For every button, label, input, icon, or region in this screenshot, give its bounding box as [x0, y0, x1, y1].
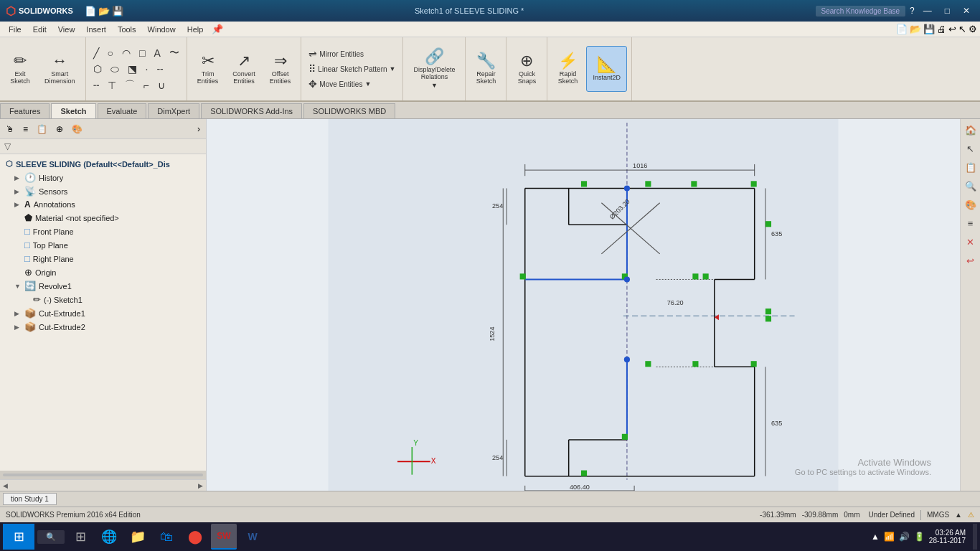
midpoint-btn[interactable]: ⊤	[105, 78, 119, 93]
taskview-btn[interactable]: ⊞	[67, 524, 93, 550]
tree-item-revolve1[interactable]: ▼ 🔄 Revolve1	[0, 279, 206, 293]
toolbar-new-doc[interactable]: 📄	[896, 24, 908, 34]
toolbar-options[interactable]: ⚙	[969, 24, 977, 34]
panel-cursor-btn[interactable]: 🖱	[3, 123, 17, 136]
toolbar-select[interactable]: ↖	[958, 24, 966, 34]
tree-item-top-plane[interactable]: □ Top Plane	[0, 238, 206, 252]
rt-palette-btn[interactable]: 🎨	[963, 197, 979, 212]
constr-line-btn[interactable]: ╌	[90, 78, 102, 93]
display-delete-btn[interactable]: 🔗 Display/DeleteRelations ▼	[407, 46, 461, 92]
menu-insert[interactable]: Insert	[80, 24, 112, 35]
qa-new[interactable]: 📄	[85, 6, 96, 17]
panel-color-btn[interactable]: 🎨	[69, 123, 85, 136]
toolbar-open[interactable]: 📂	[910, 24, 921, 34]
menu-tools[interactable]: Tools	[112, 24, 142, 35]
offset-entities-btn[interactable]: ⇒ OffsetEntities	[264, 46, 297, 92]
menu-help[interactable]: Help	[182, 24, 209, 35]
text-btn[interactable]: A	[151, 46, 163, 60]
repair-sketch-btn[interactable]: 🔧 RepairSketch	[470, 46, 501, 92]
tab-dimxpert[interactable]: DimXpert	[148, 103, 199, 118]
linear-dropdown[interactable]: ▼	[390, 65, 396, 72]
files-icon[interactable]: 📁	[125, 524, 151, 550]
mirror-entities-btn[interactable]: ⇌ Mirror Entities	[306, 47, 398, 61]
chamfer-btn[interactable]: ⌐	[141, 78, 152, 93]
tree-item-material[interactable]: ⬟ Material <not specified>	[0, 211, 206, 225]
menu-view[interactable]: View	[52, 24, 81, 35]
exit-sketch-btn[interactable]: ✏ ExitSketch	[4, 46, 36, 92]
rect-btn[interactable]: □	[136, 46, 148, 60]
circle-btn[interactable]: ○	[105, 46, 116, 60]
show-desktop-btn[interactable]	[973, 524, 977, 550]
polygon-btn[interactable]: ⬡	[90, 62, 105, 76]
rt-search-btn[interactable]: 🔍	[963, 178, 979, 194]
solidworks-icon[interactable]: SW	[211, 524, 237, 550]
tab-mbd[interactable]: SOLIDWORKS MBD	[303, 103, 395, 118]
tab-features[interactable]: Features	[0, 103, 50, 118]
word-icon[interactable]: W	[240, 524, 265, 550]
tree-item-annotations[interactable]: ▶ A Annotations	[0, 198, 206, 211]
tree-item-history[interactable]: ▶ 🕐 History	[0, 171, 206, 184]
bottom-tab-study[interactable]: tion Study 1	[3, 493, 57, 505]
minimize-btn[interactable]: —	[919, 4, 936, 17]
rt-cursor-btn[interactable]: ↖	[963, 141, 979, 156]
spline-btn[interactable]: 〜	[166, 45, 182, 61]
tree-item-origin[interactable]: ⊕ Origin	[0, 265, 206, 279]
slot-btn[interactable]: ⬔	[125, 62, 140, 76]
ie-icon[interactable]: 🌐	[96, 524, 122, 550]
rt-list-btn[interactable]: ≡	[963, 215, 979, 231]
maximize-btn[interactable]: □	[941, 4, 954, 17]
scroll-right-btn[interactable]: ▶	[198, 482, 203, 489]
chrome-icon[interactable]: ⬤	[182, 524, 208, 550]
tray-battery[interactable]: 🔋	[914, 532, 925, 542]
search-box[interactable]: Search Knowledge Base	[816, 6, 906, 17]
move-dropdown[interactable]: ▼	[364, 80, 371, 88]
rt-back-btn[interactable]: ↩	[963, 253, 979, 268]
rt-table-btn[interactable]: 📋	[963, 159, 979, 175]
instant2d-btn[interactable]: 📐 Instant2D	[586, 46, 627, 92]
qa-save[interactable]: 💾	[112, 6, 123, 17]
tree-item-sensors[interactable]: ▶ 📡 Sensors	[0, 184, 206, 198]
centerline-btn[interactable]: --	[154, 62, 166, 76]
close-btn[interactable]: ✕	[958, 4, 974, 17]
pin-icon[interactable]: 📌	[212, 24, 223, 34]
panel-target-btn[interactable]: ⊕	[53, 123, 66, 136]
panel-clipboard-btn[interactable]: 📋	[34, 123, 50, 136]
units-dropdown[interactable]: ▲	[955, 511, 962, 519]
toolbar-print[interactable]: 🖨	[937, 24, 946, 34]
tray-sound[interactable]: 🔊	[899, 532, 910, 542]
tab-evaluate[interactable]: Evaluate	[98, 103, 147, 118]
tray-network[interactable]: 📶	[884, 532, 895, 542]
canvas[interactable]: 🔍 ⊕ 🔎 ✋ 🧭 ⬛ 👁 ⊡ 👁 ⚙ ⬡	[207, 119, 960, 491]
relations-dropdown[interactable]: ▼	[431, 82, 438, 89]
search-bar[interactable]: 🔍	[37, 530, 65, 544]
rt-home-btn[interactable]: 🏠	[963, 122, 979, 138]
quick-snaps-btn[interactable]: ⊕ QuickSnaps	[511, 46, 542, 92]
arc-btn[interactable]: ◠	[119, 46, 133, 60]
panel-more-btn[interactable]: ›	[194, 123, 203, 136]
toolbar-save[interactable]: 💾	[923, 24, 935, 34]
store-icon[interactable]: 🛍	[154, 524, 179, 550]
fillet-btn[interactable]: ⌒	[122, 77, 138, 93]
tree-item-cut1[interactable]: ▶ 📦 Cut-Extrude1	[0, 306, 206, 320]
menu-window[interactable]: Window	[142, 24, 182, 35]
tree-item-front-plane[interactable]: □ Front Plane	[0, 225, 206, 238]
trim-entities-btn[interactable]: ✂ TrimEntities	[192, 46, 225, 92]
line-btn[interactable]: ╱	[90, 46, 102, 60]
start-button[interactable]: ⊞	[3, 524, 34, 550]
tree-item-sketch1[interactable]: ✏ (-) Sketch1	[0, 293, 206, 306]
move-entities-btn[interactable]: ✥ Move Entities ▼	[306, 77, 398, 91]
help-btn[interactable]: ?	[910, 6, 915, 16]
rt-close-btn[interactable]: ✕	[963, 234, 979, 250]
rapid-sketch-btn[interactable]: ⚡ RapidSketch	[552, 46, 583, 92]
menu-edit[interactable]: Edit	[27, 24, 52, 35]
ellipse-btn[interactable]: ⬭	[108, 62, 122, 77]
menu-file[interactable]: File	[3, 24, 27, 35]
tab-sketch[interactable]: Sketch	[51, 103, 95, 118]
parabola-btn[interactable]: ∪	[155, 78, 168, 93]
toolbar-undo[interactable]: ↩	[948, 24, 956, 34]
tree-item-right-plane[interactable]: □ Right Plane	[0, 252, 206, 265]
time-block[interactable]: 03:26 AM 28-11-2017	[929, 529, 966, 545]
tray-up-arrow[interactable]: ▲	[871, 532, 880, 542]
point-btn[interactable]: ·	[143, 62, 151, 76]
scroll-left-btn[interactable]: ◀	[3, 482, 8, 489]
